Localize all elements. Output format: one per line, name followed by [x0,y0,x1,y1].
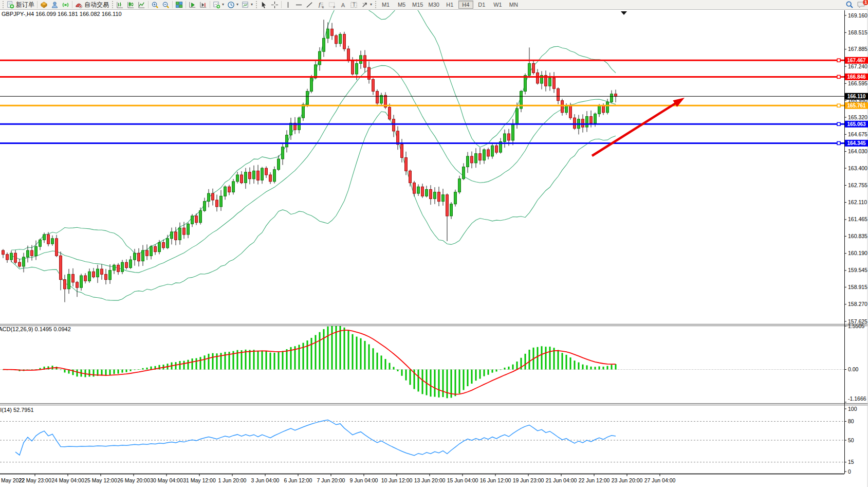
price-tag-165.063: 165.063 [845,121,868,128]
hline-handle[interactable] [837,141,840,145]
timeframe-button-m15[interactable]: M15 [410,1,425,9]
fibonacci-button[interactable]: ƒE [315,1,326,9]
new-order-label: 新订单 [16,1,34,9]
search-button[interactable] [844,1,855,9]
notifications-button[interactable]: 1 [855,1,867,9]
svg-text:0.00: 0.00 [848,366,859,372]
line-chart-button[interactable] [136,1,147,9]
zoom-in-icon [151,1,159,9]
bar-chart-button[interactable] [115,1,125,9]
fibonacci-icon: ƒE [317,1,325,9]
market-button[interactable] [39,1,49,9]
svg-text:169.160: 169.160 [848,12,867,19]
timeframe-button-d1[interactable]: D1 [474,1,489,9]
toolbar-drag-handle[interactable] [3,1,4,8]
toolbar-drag-handle[interactable] [256,1,257,8]
chart-forward-icon [189,1,196,9]
timeframe-button-mn[interactable]: MN [506,1,521,9]
svg-text:164.030: 164.030 [848,148,867,154]
svg-text:159.545: 159.545 [848,267,867,273]
autotrading-label: 自动交易 [84,1,109,9]
zoom-out-button[interactable] [160,1,171,9]
vertical-line-icon [284,1,292,9]
dropdown-caret: ▾ [236,3,238,7]
vertical-line-button[interactable] [283,1,293,9]
horizontal-line-icon [295,1,303,9]
templates-button[interactable]: ▾ [240,1,254,9]
tile-windows-button[interactable] [174,1,184,9]
svg-text:80: 80 [848,418,854,424]
svg-text:22 May 23:00: 22 May 23:00 [19,477,51,483]
svg-text:13 Jun 20:00: 13 Jun 20:00 [414,477,446,483]
chart-end-icon [199,1,207,9]
hline-handle[interactable] [837,75,840,78]
svg-text:161.465: 161.465 [848,216,867,222]
svg-text:26 May 20:00: 26 May 20:00 [117,477,150,483]
signals-button[interactable] [60,1,71,9]
new-chart-icon [213,1,220,9]
chart-forward-button[interactable] [187,1,198,9]
text-label-button[interactable]: T [348,1,359,9]
svg-text:1 Jun 20:00: 1 Jun 20:00 [218,477,247,483]
timeframe-button-m30[interactable]: M30 [426,1,441,9]
svg-text:22 Jun 12:00: 22 Jun 12:00 [579,477,610,483]
timeframe-toolbar: M1M5M15M30H1H4D1W1MN [378,1,522,9]
svg-text:163.400: 163.400 [848,165,867,171]
arrows-button[interactable]: ▾ [359,1,374,9]
cursor-button[interactable] [258,1,269,9]
text-icon: A [339,1,347,9]
candlestick-chart-button[interactable] [125,1,136,9]
fibo-fan-button[interactable]: F [326,1,338,9]
svg-text:9 Jun 04:00: 9 Jun 04:00 [350,477,378,483]
crosshair-button[interactable] [269,1,280,9]
svg-text:162.110: 162.110 [848,199,867,205]
timeframe-button-w1[interactable]: W1 [490,1,505,9]
svg-text:E: E [322,6,324,9]
trendline-button[interactable] [304,1,315,9]
svg-text:50: 50 [848,437,854,443]
chart-end-button[interactable] [198,1,209,9]
svg-text:T: T [353,2,356,8]
svg-text:1.5505: 1.5505 [848,323,864,329]
svg-text:166.846: 166.846 [847,74,866,80]
candlestick-chart-icon [127,1,135,9]
toolbar-drag-handle[interactable] [112,1,113,8]
macd-label: MACD(12,26,9) 0.1495 0.0942 [0,326,71,332]
toolbar-drag-handle[interactable] [375,1,376,8]
svg-text:15 Jun 04:00: 15 Jun 04:00 [447,477,478,483]
svg-text:21 Jun 04:00: 21 Jun 04:00 [546,477,577,483]
dropdown-caret: ▾ [251,3,253,7]
text-button[interactable]: A [338,1,348,9]
svg-text:165.063: 165.063 [847,121,866,127]
main-toolbar: 新订单 自动交易 ▾ ▾ [0,0,868,10]
autotrading-icon [75,1,83,9]
hline-handle[interactable] [837,104,840,107]
market-box-icon [40,1,48,9]
period-button[interactable]: ▾ [226,1,240,9]
dropdown-caret: ▾ [370,3,372,7]
timeframe-button-m1[interactable]: M1 [378,1,393,9]
horizontal-line-button[interactable] [293,1,304,9]
timeframe-button-h4[interactable]: H4 [458,1,473,9]
svg-text:F: F [334,6,336,9]
autotrading-button[interactable]: 自动交易 [73,1,110,9]
community-button[interactable] [49,1,60,9]
hline-handle[interactable] [837,122,840,125]
zoom-in-button[interactable] [150,1,160,9]
svg-text:25 May 12:00: 25 May 12:00 [84,477,117,483]
new-order-button[interactable]: 新订单 [5,1,36,9]
hline-handle[interactable] [837,59,840,62]
svg-text:A: A [341,2,345,8]
arrows-icon [361,1,368,9]
svg-text:167.240: 167.240 [848,63,867,69]
svg-text:100: 100 [848,406,857,412]
person-icon [51,1,59,9]
search-icon [845,1,854,9]
chart-canvas[interactable]: GBPJPY-,H4 166.099 166.181 166.082 166.1… [0,0,868,487]
svg-text:27 Jun 04:00: 27 Jun 04:00 [644,477,676,483]
timeframe-button-m5[interactable]: M5 [394,1,409,9]
svg-text:15: 15 [848,459,854,465]
timeframe-button-h1[interactable]: H1 [442,1,457,9]
new-chart-button[interactable]: ▾ [211,1,226,9]
svg-text:164.675: 164.675 [848,131,867,137]
